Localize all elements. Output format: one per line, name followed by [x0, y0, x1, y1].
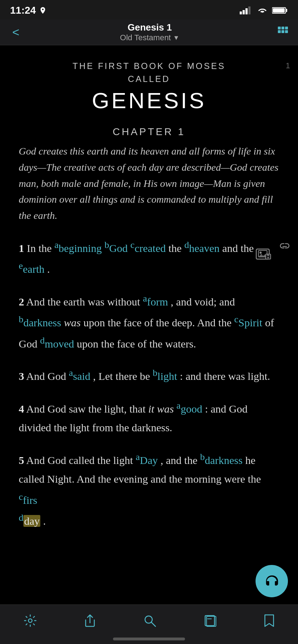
scripture-link-moved[interactable]: moved — [45, 338, 74, 350]
footnote-5b[interactable]: b — [200, 452, 205, 462]
search-icon — [142, 613, 158, 629]
battery-icon — [272, 6, 288, 14]
scripture-link-said[interactable]: said — [73, 370, 90, 382]
library-button[interactable] — [202, 613, 218, 629]
scripture-link-first-day[interactable]: day — [23, 515, 40, 527]
scripture-link-heaven[interactable]: heaven — [189, 242, 220, 254]
footnote-1b[interactable]: b — [104, 240, 109, 250]
svg-rect-0 — [240, 12, 242, 14]
footnote-1d[interactable]: d — [184, 240, 189, 250]
scripture-link-day[interactable]: Day — [140, 454, 158, 466]
headphone-icon — [264, 574, 279, 589]
scripture-link-darkness2[interactable]: darkness — [205, 454, 243, 466]
svg-rect-2 — [245, 8, 248, 14]
verse-3: 3 And God asaid , Let there be blight : … — [19, 365, 279, 386]
footnote-2c[interactable]: c — [234, 314, 239, 325]
chapter-heading: CHAPTER 1 — [19, 126, 279, 138]
svg-rect-9 — [285, 27, 288, 29]
status-bar: 11:24 — [0, 0, 298, 19]
verse-2: 2 And the earth was without aform , and … — [19, 290, 279, 354]
footnote-2d[interactable]: d — [40, 335, 45, 346]
share-icon — [83, 613, 97, 629]
svg-line-20 — [151, 622, 155, 626]
svg-rect-1 — [243, 10, 245, 14]
status-icons — [240, 6, 288, 14]
svg-rect-7 — [278, 27, 281, 29]
home-indicator — [113, 638, 185, 640]
location-icon — [39, 6, 47, 14]
svg-rect-5 — [286, 9, 287, 12]
bookmark-button[interactable] — [263, 613, 276, 629]
scripture-link-created[interactable]: created — [135, 242, 166, 254]
footnote-5c[interactable]: c — [19, 492, 23, 502]
library-icon — [202, 613, 218, 629]
search-button[interactable] — [142, 613, 158, 629]
svg-rect-10 — [278, 30, 281, 33]
settings-icon — [22, 613, 38, 629]
nav-bar: < Genesis 1 Old Testament ▼ — [0, 19, 298, 45]
svg-rect-6 — [273, 8, 285, 13]
book-title-line1: THE FIRST BOOK OF MOSES — [19, 60, 279, 73]
footnote-1c[interactable]: c — [130, 240, 135, 250]
verse-4: 4 And God saw the light, that it was ago… — [19, 397, 279, 437]
footnote-5d[interactable]: d — [19, 512, 23, 523]
share-button[interactable] — [83, 613, 97, 629]
back-button[interactable]: < — [9, 24, 23, 41]
footnote-2b[interactable]: b — [19, 314, 23, 325]
svg-rect-11 — [281, 30, 284, 33]
main-content: 1 THE FIRST BOOK OF MOSES CALLED GENESIS… — [0, 45, 298, 614]
footnote-1a[interactable]: a — [54, 240, 59, 250]
footnote-4a[interactable]: a — [176, 400, 181, 411]
settings-button[interactable] — [22, 613, 38, 629]
book-title-line2: CALLED — [19, 73, 279, 86]
svg-point-18 — [28, 619, 32, 622]
verse-5: 5 And God called the light aDay , and th… — [19, 449, 279, 531]
svg-rect-12 — [285, 30, 288, 33]
scripture-link-earth[interactable]: earth — [23, 263, 45, 275]
footnote-5a[interactable]: a — [136, 452, 140, 462]
footnote-3a[interactable]: a — [69, 368, 73, 378]
footnote-2a[interactable]: a — [143, 293, 147, 304]
signal-icon — [240, 6, 253, 14]
chapter-number: 1 — [286, 61, 290, 70]
nav-title-main: Genesis 1 — [23, 22, 276, 33]
scripture-link-beginning[interactable]: beginning — [59, 242, 105, 254]
footnote-3b[interactable]: b — [153, 368, 157, 378]
verse-1: 1 In the abeginning bGod ccreated the dh… — [19, 237, 279, 279]
bookmark-icon — [263, 613, 276, 629]
book-title-line3: GENESIS — [19, 88, 279, 113]
svg-rect-8 — [281, 27, 284, 29]
scripture-link-spirit[interactable]: Spirit — [238, 317, 262, 328]
scripture-link-form[interactable]: form — [147, 296, 168, 308]
menu-icon[interactable] — [276, 26, 289, 38]
svg-rect-3 — [248, 6, 250, 14]
wifi-icon — [257, 6, 268, 14]
footnote-1e[interactable]: e — [19, 261, 23, 271]
verse-link-icon[interactable] — [279, 239, 290, 258]
book-title: THE FIRST BOOK OF MOSES CALLED GENESIS — [19, 60, 279, 113]
chapter-summary: God creates this earth and its heaven an… — [19, 143, 279, 224]
scripture-link-darkness[interactable]: darkness — [23, 317, 61, 328]
audio-fab-button[interactable] — [256, 565, 288, 597]
scripture-link-light[interactable]: light — [157, 370, 177, 382]
scripture-link-good[interactable]: good — [181, 403, 202, 415]
status-time: 11:24 — [10, 5, 47, 16]
scripture-link-god1[interactable]: God — [109, 242, 130, 254]
nav-title: Genesis 1 Old Testament ▼ — [23, 22, 276, 42]
nav-title-sub[interactable]: Old Testament ▼ — [23, 33, 276, 42]
scripture-link-first[interactable]: firs — [23, 494, 37, 506]
bottom-padding — [19, 542, 279, 600]
